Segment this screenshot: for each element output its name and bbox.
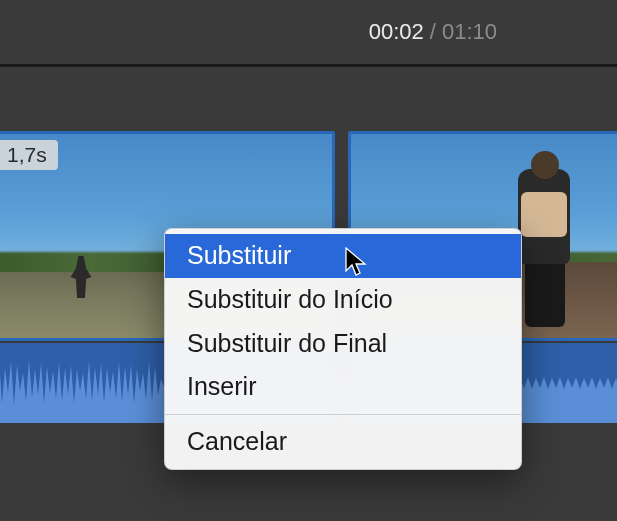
- menu-item-insert[interactable]: Inserir: [165, 365, 521, 409]
- time-separator: /: [430, 19, 436, 45]
- menu-item-replace-from-end[interactable]: Substituir do Final: [165, 322, 521, 366]
- menu-item-replace-from-start[interactable]: Substituir do Início: [165, 278, 521, 322]
- menu-separator: [165, 414, 521, 415]
- menu-item-cancel[interactable]: Cancelar: [165, 420, 521, 464]
- time-total: 01:10: [442, 19, 497, 45]
- drop-context-menu: Substituir Substituir do Início Substitu…: [164, 228, 522, 470]
- playback-header: 00:02 / 01:10: [0, 0, 617, 64]
- clip-duration-badge: 1,7s: [0, 140, 58, 170]
- time-current: 00:02: [369, 19, 424, 45]
- menu-item-replace[interactable]: Substituir: [165, 234, 521, 278]
